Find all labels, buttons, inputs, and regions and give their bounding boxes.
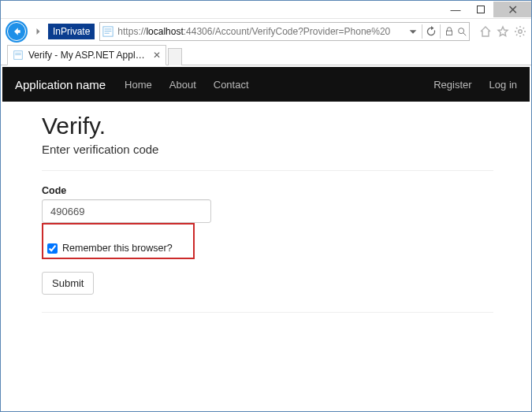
address-bar-controls — [406, 24, 467, 39]
nav-about[interactable]: About — [169, 79, 196, 91]
browser-toolbar: InPrivate https://localhost:44306/Accoun… — [1, 18, 531, 43]
url-scheme: https:// — [117, 26, 146, 37]
highlight-annotation: Remember this browser? — [42, 223, 195, 259]
separator — [440, 24, 441, 39]
svg-rect-2 — [105, 28, 112, 29]
svg-rect-5 — [447, 31, 452, 35]
remember-browser-checkbox[interactable] — [47, 243, 58, 254]
code-input[interactable] — [42, 199, 211, 223]
svg-point-8 — [519, 29, 522, 32]
back-button[interactable] — [6, 20, 28, 43]
nav-contact[interactable]: Contact — [214, 79, 249, 91]
site-navbar: Application name Home About Contact Regi… — [2, 67, 530, 102]
url-path: :44306/Account/VerifyCode?Provider=Phone… — [184, 26, 391, 37]
svg-point-6 — [459, 28, 464, 33]
remember-browser-label: Remember this browser? — [62, 243, 173, 254]
brand-link[interactable]: Application name — [15, 78, 106, 91]
nav-login[interactable]: Log in — [489, 79, 517, 91]
page-favicon-icon — [102, 25, 114, 38]
search-icon[interactable] — [456, 26, 467, 37]
lock-icon[interactable] — [444, 26, 455, 37]
dropdown-icon[interactable] — [407, 26, 419, 37]
page-viewport: Application name Home About Contact Regi… — [1, 65, 531, 411]
inprivate-badge: InPrivate — [48, 24, 95, 39]
settings-gear-icon[interactable] — [514, 25, 526, 38]
svg-rect-0 — [478, 6, 485, 13]
window-minimize-button[interactable]: — — [443, 2, 468, 17]
svg-line-7 — [463, 32, 467, 35]
browser-chrome-icons — [473, 25, 526, 38]
svg-rect-3 — [105, 31, 112, 32]
tab-favicon-icon — [13, 50, 24, 61]
page-subtitle: Enter verification code — [42, 143, 493, 156]
nav-home[interactable]: Home — [125, 79, 152, 91]
home-icon[interactable] — [479, 25, 492, 38]
url-host: localhost — [146, 26, 183, 37]
window-maximize-button[interactable] — [468, 2, 493, 17]
tab-close-button[interactable]: ✕ — [153, 50, 161, 61]
refresh-icon[interactable] — [426, 26, 437, 37]
window-close-button[interactable]: ✕ — [493, 2, 531, 17]
remember-browser-row: Remember this browser? — [45, 240, 177, 256]
svg-rect-11 — [15, 54, 21, 55]
footer-divider — [42, 312, 493, 313]
browser-tab[interactable]: Verify - My ASP.NET Applic... ✕ — [7, 45, 166, 65]
nav-register[interactable]: Register — [433, 79, 471, 91]
svg-rect-10 — [15, 53, 21, 54]
url-text: https://localhost:44306/Account/VerifyCo… — [117, 26, 406, 37]
divider — [42, 170, 493, 171]
tab-title: Verify - My ASP.NET Applic... — [28, 50, 147, 61]
submit-button[interactable]: Submit — [42, 272, 94, 295]
tab-strip: Verify - My ASP.NET Applic... ✕ — [1, 43, 531, 65]
new-tab-button[interactable] — [168, 48, 182, 65]
address-bar[interactable]: https://localhost:44306/Account/VerifyCo… — [99, 22, 470, 41]
page-container: Verify. Enter verification code Code Rem… — [1, 102, 531, 313]
favorites-icon[interactable] — [497, 25, 509, 38]
separator — [422, 24, 422, 39]
page-heading: Verify. — [42, 113, 493, 139]
window-titlebar: — ✕ — [1, 1, 531, 18]
code-label: Code — [42, 185, 493, 196]
forward-button[interactable] — [31, 22, 45, 41]
svg-rect-4 — [105, 32, 110, 33]
